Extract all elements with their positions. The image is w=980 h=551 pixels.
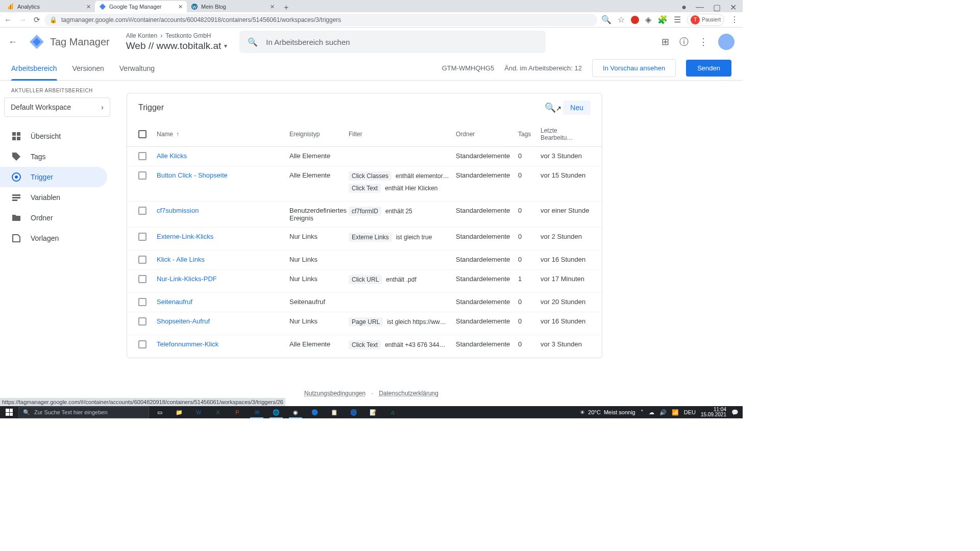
row-checkbox[interactable]: [138, 298, 146, 306]
app-icon[interactable]: 🔵: [306, 406, 324, 418]
column-folder[interactable]: Ordner: [456, 131, 518, 138]
row-checkbox[interactable]: [138, 233, 146, 241]
onedrive-icon[interactable]: ☁: [649, 409, 654, 416]
help-icon[interactable]: ⓘ: [679, 36, 689, 48]
sidebar-item-overview[interactable]: Übersicht: [0, 126, 107, 146]
chrome-icon[interactable]: 🌐: [267, 406, 285, 418]
account-dot-icon[interactable]: ●: [681, 3, 687, 12]
table-row[interactable]: Button Click - ShopseiteAlle ElementeCli…: [127, 166, 602, 202]
row-checkbox[interactable]: [138, 317, 146, 325]
app-icon-2[interactable]: 📋: [326, 406, 343, 418]
spotify-icon[interactable]: ♫: [384, 406, 401, 418]
reading-list-icon[interactable]: ☰: [674, 15, 681, 24]
tab-admin[interactable]: Verwaltung: [119, 56, 155, 80]
sidebar-item-variables[interactable]: Variablen: [0, 187, 107, 208]
trigger-name-link[interactable]: Telefonnummer-Klick: [157, 340, 218, 348]
edge-icon[interactable]: 🌀: [345, 406, 362, 418]
sidebar-item-templates[interactable]: Vorlagen: [0, 228, 107, 248]
trigger-name-link[interactable]: Alle Klicks: [157, 152, 187, 160]
search-triggers-icon[interactable]: 🔍: [545, 102, 556, 113]
maximize-icon[interactable]: ▢: [713, 3, 721, 12]
close-tab-icon[interactable]: ✕: [86, 4, 91, 10]
column-tags[interactable]: Tags: [518, 131, 541, 138]
trigger-name-link[interactable]: Nur-Link-Klicks-PDF: [157, 275, 217, 283]
new-trigger-button[interactable]: Neu: [563, 101, 591, 115]
column-name[interactable]: Name↑: [157, 131, 289, 138]
close-tab-icon[interactable]: ✕: [178, 4, 183, 10]
trigger-name-link[interactable]: Externe-Link-Klicks: [157, 233, 213, 240]
sidebar-item-tags[interactable]: Tags: [0, 146, 107, 167]
container-id[interactable]: GTM-WMHQHG5: [442, 64, 495, 72]
extensions-puzzle-icon[interactable]: 🧩: [657, 15, 668, 24]
close-window-icon[interactable]: ✕: [730, 3, 737, 12]
trigger-name-link[interactable]: Shopseiten-Aufruf: [157, 317, 210, 325]
chrome-menu-icon[interactable]: ⋮: [730, 15, 739, 24]
terms-link[interactable]: Nutzungsbedingungen: [304, 390, 365, 397]
workspace-selector[interactable]: Default Workspace ›: [4, 97, 110, 117]
weather-widget[interactable]: ☀ 20°C Meist sonnig: [580, 409, 635, 416]
row-checkbox[interactable]: [138, 340, 146, 348]
row-checkbox[interactable]: [138, 275, 146, 283]
url-input[interactable]: 🔒 tagmanager.google.com/#/container/acco…: [44, 14, 597, 26]
gtm-logo[interactable]: Tag Manager: [29, 34, 110, 50]
tab-workspace[interactable]: Arbeitsbereich: [11, 56, 57, 80]
row-checkbox[interactable]: [138, 152, 146, 160]
column-filter[interactable]: Filter: [349, 131, 456, 138]
sidebar-item-trigger[interactable]: Trigger: [0, 167, 107, 187]
excel-icon[interactable]: X: [209, 406, 227, 418]
trigger-name-link[interactable]: Button Click - Shopseite: [157, 171, 228, 179]
close-tab-icon[interactable]: ✕: [270, 4, 275, 10]
wifi-icon[interactable]: 📶: [672, 409, 679, 416]
table-row[interactable]: cf7submissionBenutzerdefiniertes Ereigni…: [127, 202, 602, 228]
column-edited[interactable]: Letzte Bearbeitu…: [541, 127, 591, 141]
user-avatar[interactable]: [718, 34, 734, 50]
trigger-name-link[interactable]: Klick - Alle Links: [157, 256, 205, 263]
taskbar-search[interactable]: 🔍 Zur Suche Text hier eingeben: [18, 407, 149, 418]
mail-icon[interactable]: ✉: [248, 406, 265, 418]
zoom-icon[interactable]: 🔍: [601, 15, 611, 24]
start-button[interactable]: [0, 409, 18, 416]
row-checkbox[interactable]: [138, 256, 146, 264]
profile-paused[interactable]: T Pausiert: [687, 14, 724, 26]
tab-versions[interactable]: Versionen: [72, 56, 104, 80]
table-row[interactable]: Shopseiten-AufrufNur LinksPage URList gl…: [127, 312, 602, 335]
task-view-icon[interactable]: ▭: [151, 406, 168, 418]
browser-tab[interactable]: Google Tag Manager✕: [95, 1, 187, 12]
notepad-icon[interactable]: 📝: [364, 406, 382, 418]
breadcrumb-account[interactable]: Testkonto GmbH: [165, 32, 211, 39]
obs-icon[interactable]: ◉: [287, 406, 304, 418]
browser-tab[interactable]: WMein Blog✕: [187, 1, 279, 12]
file-explorer-icon[interactable]: 📁: [170, 406, 188, 418]
row-checkbox[interactable]: [138, 207, 146, 215]
table-row[interactable]: Telefonnummer-KlickAlle ElementeClick Te…: [127, 335, 602, 358]
word-icon[interactable]: W: [190, 406, 207, 418]
bookmark-star-icon[interactable]: ☆: [618, 15, 625, 24]
select-all-checkbox[interactable]: [138, 130, 146, 138]
table-row[interactable]: SeitenaufrufSeitenaufrufStandardelemente…: [127, 293, 602, 312]
table-row[interactable]: Klick - Alle LinksNur LinksStandardeleme…: [127, 251, 602, 270]
minimize-icon[interactable]: —: [696, 3, 704, 12]
submit-button[interactable]: Senden: [686, 60, 731, 77]
browser-tab[interactable]: Analytics✕: [3, 1, 95, 12]
breadcrumb-accounts[interactable]: Alle Konten: [126, 32, 157, 39]
extension-icon[interactable]: [631, 16, 639, 24]
sidebar-item-folder[interactable]: Ordner: [0, 208, 107, 228]
more-options-icon[interactable]: ⋮: [699, 36, 708, 47]
workspace-search-input[interactable]: 🔍 In Arbeitsbereich suchen: [239, 31, 546, 53]
apps-grid-icon[interactable]: ⊞: [662, 36, 669, 47]
nav-back-icon[interactable]: ←: [4, 15, 12, 24]
back-arrow-icon[interactable]: ←: [8, 37, 18, 47]
new-tab-button[interactable]: +: [279, 3, 293, 12]
table-row[interactable]: Alle KlicksAlle ElementeStandardelemente…: [127, 147, 602, 166]
dropdown-caret-icon[interactable]: ▾: [224, 42, 227, 49]
preview-button[interactable]: In Vorschau ansehen: [592, 59, 676, 77]
powerpoint-icon[interactable]: P: [229, 406, 246, 418]
language-indicator[interactable]: DEU: [684, 409, 696, 415]
table-row[interactable]: Nur-Link-Klicks-PDFNur LinksClick URLent…: [127, 270, 602, 293]
extension-icon-2[interactable]: ◈: [645, 15, 651, 24]
row-checkbox[interactable]: [138, 171, 146, 180]
tray-chevron-icon[interactable]: ˄: [641, 409, 644, 416]
volume-icon[interactable]: 🔊: [659, 409, 667, 416]
clock[interactable]: 11:04 15.09.2021: [701, 407, 726, 417]
container-selector[interactable]: Alle Konten › Testkonto GmbH Web // www.…: [126, 32, 228, 52]
